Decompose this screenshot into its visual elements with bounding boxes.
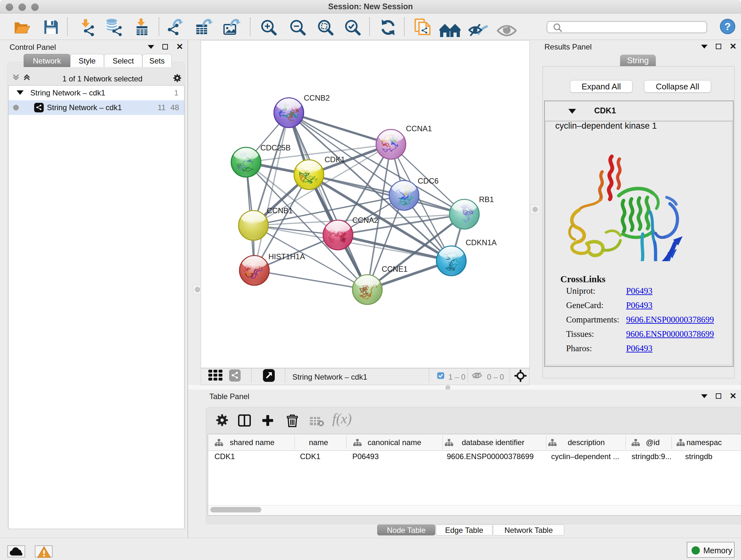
svg-text:?: ? [724, 21, 731, 32]
svg-text:CCNA1: CCNA1 [406, 124, 432, 133]
svg-text:HIST1H1A: HIST1H1A [268, 252, 305, 261]
svg-text:CCNB2: CCNB2 [304, 94, 330, 102]
svg-text:CCNA2: CCNA2 [352, 216, 378, 225]
svg-text:CCNB1: CCNB1 [267, 206, 293, 215]
svg-text:CCNE1: CCNE1 [382, 265, 408, 273]
svg-text:RB1: RB1 [479, 195, 494, 204]
svg-text:CDC25B: CDC25B [260, 143, 291, 152]
svg-text:CDKN1A: CDKN1A [466, 238, 496, 247]
svg-text:CDC6: CDC6 [418, 177, 439, 185]
svg-text:CDK1: CDK1 [325, 155, 345, 164]
